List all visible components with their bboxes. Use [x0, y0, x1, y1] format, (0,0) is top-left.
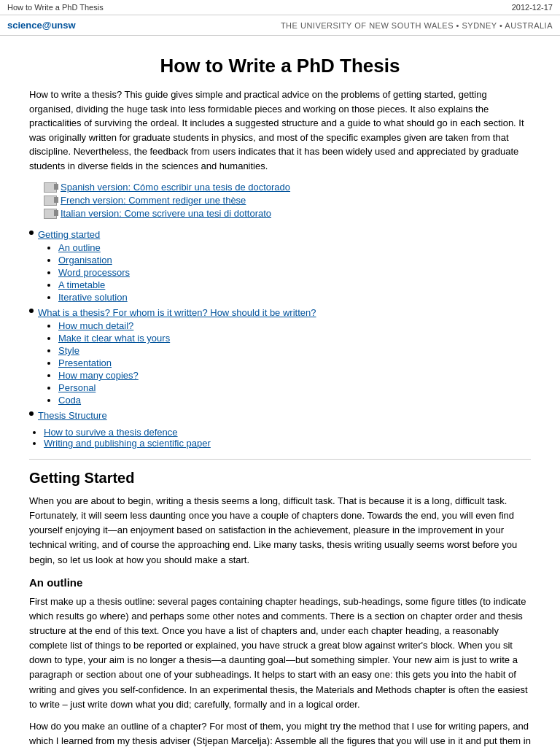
university-name: THE UNIVERSITY OF NEW SOUTH WALES • SYDN…	[281, 21, 553, 30]
outline-heading: An outline	[29, 576, 531, 589]
toc-sub-item: A timetable	[58, 279, 531, 290]
outline-para2: How do you make an outline of a chapter?…	[29, 719, 531, 747]
page-icon-spanish	[44, 182, 57, 193]
toc-link-make-clear[interactable]: Make it clear what is yours	[58, 333, 170, 344]
page-breadcrumb: How to Write a PhD Thesis	[7, 3, 104, 12]
toc-sub-item: Presentation	[58, 357, 531, 368]
getting-started-heading: Getting Started	[29, 470, 531, 487]
toc-sub-item: How many copies?	[58, 370, 531, 381]
spanish-link[interactable]: Spanish version: Cómo escribir una tesis…	[61, 182, 290, 193]
translation-item-spanish: Spanish version: Cómo escribir una tesis…	[44, 182, 531, 193]
bullet-dot	[29, 231, 34, 235]
toc-bottom-list: How to survive a thesis defence Writing …	[44, 427, 531, 449]
date-stamp: 2012-12-17	[512, 3, 553, 12]
toc-sub-item: An outline	[58, 242, 531, 253]
toc-link-detail[interactable]: How much detail?	[58, 320, 133, 331]
toc-sub-item: Make it clear what is yours	[58, 333, 531, 344]
getting-started-body: When you are about to begin, writing a t…	[29, 494, 531, 568]
toc-link-thesis-structure[interactable]: Thesis Structure	[38, 410, 107, 421]
toc-link-copies[interactable]: How many copies?	[58, 370, 139, 381]
toc-link-presentation[interactable]: Presentation	[58, 357, 112, 368]
toc-link-paper[interactable]: Writing and publishing a scientific pape…	[44, 438, 211, 449]
translation-links: Spanish version: Cómo escribir una tesis…	[44, 182, 531, 219]
toc-link-what-is-thesis[interactable]: What is a thesis? For whom is it written…	[38, 307, 316, 318]
french-link[interactable]: French version: Comment rediger une thès…	[61, 195, 246, 206]
toc-item-defence: How to survive a thesis defence	[44, 427, 531, 438]
outline-para1: First make up a thesis outline: several …	[29, 595, 531, 712]
section-divider	[29, 459, 531, 460]
toc-sub-item: Style	[58, 345, 531, 356]
toc-link-style[interactable]: Style	[58, 345, 79, 356]
toc-link-iterative[interactable]: Iterative solution	[58, 292, 128, 303]
page-icon-french	[44, 196, 57, 206]
toc-link-outline[interactable]: An outline	[58, 242, 101, 253]
toc-link-organisation[interactable]: Organisation	[58, 255, 112, 266]
translation-item-french: French version: Comment rediger une thès…	[44, 195, 531, 206]
bullet-dot	[29, 411, 34, 416]
main-content: How to Write a PhD Thesis How to write a…	[0, 36, 560, 747]
science-unsw-logo[interactable]: science@unsw	[7, 20, 76, 31]
translation-item-italian: Italian version: Come scrivere una tesi …	[44, 208, 531, 219]
bullet-dot	[29, 309, 34, 313]
toc-link-personal[interactable]: Personal	[58, 382, 96, 393]
header-banner: science@unsw THE UNIVERSITY OF NEW SOUTH…	[0, 15, 560, 36]
toc-sub-item: Iterative solution	[58, 292, 531, 303]
table-of-contents: Getting started An outline Organisation …	[29, 229, 531, 421]
toc-sub-item: Organisation	[58, 255, 531, 266]
toc-link-getting-started[interactable]: Getting started	[38, 229, 100, 240]
toc-sub-item: Personal	[58, 382, 531, 393]
toc-item-paper: Writing and publishing a scientific pape…	[44, 438, 531, 449]
page-title: How to Write a PhD Thesis	[29, 55, 531, 77]
toc-sub-getting-started: An outline Organisation Word processors …	[58, 242, 531, 303]
toc-link-coda[interactable]: Coda	[58, 395, 81, 406]
toc-sub-item: Word processors	[58, 267, 531, 278]
toc-item-thesis-structure: Thesis Structure	[29, 410, 531, 421]
toc-sub-item: Coda	[58, 395, 531, 406]
toc-link-timetable[interactable]: A timetable	[58, 279, 105, 290]
toc-item-getting-started: Getting started An outline Organisation …	[29, 229, 531, 303]
toc-link-defence[interactable]: How to survive a thesis defence	[44, 427, 178, 438]
page-icon-italian	[44, 209, 57, 219]
toc-item-what-is-thesis: What is a thesis? For whom is it written…	[29, 307, 531, 406]
toc-sub-what-is-thesis: How much detail? Make it clear what is y…	[58, 320, 531, 406]
top-bar: How to Write a PhD Thesis 2012-12-17	[0, 0, 560, 15]
intro-paragraph: How to write a thesis? This guide gives …	[29, 88, 531, 173]
toc-sub-item: How much detail?	[58, 320, 531, 331]
toc-link-word-processors[interactable]: Word processors	[58, 267, 130, 278]
italian-link[interactable]: Italian version: Come scrivere una tesi …	[61, 208, 271, 219]
